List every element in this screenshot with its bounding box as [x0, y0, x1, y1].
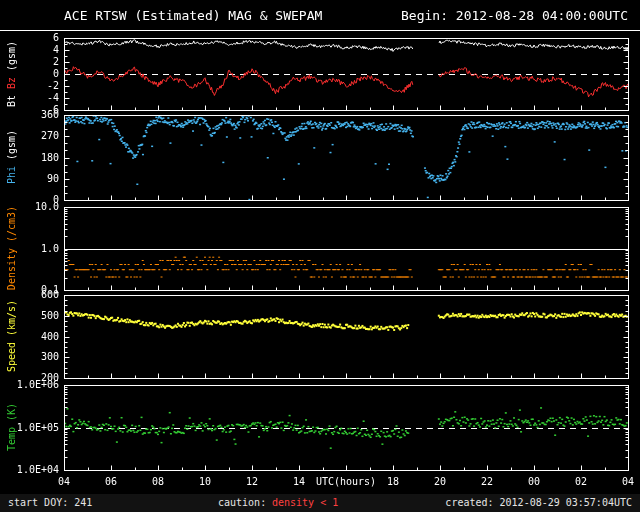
- footer-bar: start DOY: 241 caution: density < 1 crea…: [0, 494, 640, 512]
- ylabel-speed-name: Speed: [6, 342, 17, 372]
- plot-canvas: [0, 0, 640, 512]
- ylabel-density-name: Density: [6, 248, 17, 290]
- footer-caution-value: density < 1: [272, 497, 338, 508]
- ylabel-temp-name: Temp: [6, 427, 17, 451]
- ylabel-density-unit: (/cm3): [6, 206, 17, 242]
- footer-created-timestamp: created: 2012-08-29 03:57:04UTC: [445, 497, 632, 508]
- ylabel-bt: Bt: [6, 95, 17, 107]
- ylabel-temp-unit: (K): [6, 403, 17, 421]
- ace-rtsw-plot: ACE RTSW (Estimated) MAG & SWEPAM Begin:…: [0, 0, 640, 512]
- ylabel-phi-unit: (gsm): [6, 130, 17, 160]
- ylabel-bt-bz-unit: (gsm): [6, 41, 17, 71]
- ylabel-temp: Temp(K): [6, 400, 17, 454]
- ylabel-density: Density(/cm3): [6, 203, 17, 293]
- ylabel-bz: Bz: [6, 77, 17, 89]
- chart-title: ACE RTSW (Estimated) MAG & SWEPAM: [64, 8, 322, 23]
- footer-caution-label: caution:: [218, 497, 266, 508]
- footer-start-doy: start DOY: 241: [8, 497, 92, 508]
- ylabel-phi-name: Phi: [6, 166, 17, 184]
- ylabel-bt-bz: BtBz(gsm): [6, 38, 17, 110]
- ylabel-phi: Phi(gsm): [6, 127, 17, 187]
- ylabel-speed-unit: (km/s): [6, 300, 17, 336]
- begin-timestamp: Begin: 2012-08-28 04:00:00UTC: [401, 8, 628, 23]
- ylabel-speed: Speed(km/s): [6, 297, 17, 375]
